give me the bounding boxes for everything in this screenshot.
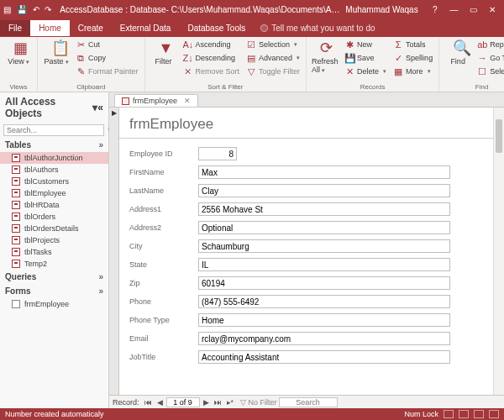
nav-header[interactable]: All Access Objects ▾ [0,92,108,123]
scroll-thumb[interactable] [496,119,502,153]
field-phonetype[interactable] [198,313,450,327]
field-address2[interactable] [198,221,450,234]
table-icon [12,177,20,186]
close-button[interactable]: ✕ [484,5,501,14]
view-design-icon[interactable] [489,410,499,418]
view-form-icon[interactable] [444,410,454,418]
advanced-button[interactable]: ▤Advanced [245,52,301,64]
recnav-search[interactable] [279,397,338,407]
remove-sort-button[interactable]: ⨯Remove Sort [182,66,241,77]
field-state[interactable] [198,258,450,271]
recnav-prev-button[interactable]: ◀ [155,398,165,407]
nav-item-tblordersdetails[interactable]: tblOrdersDetails [0,223,108,234]
close-tab-icon[interactable]: ✕ [184,97,191,105]
tab-create[interactable]: Create [70,20,112,36]
nav-item-tblorders[interactable]: tblOrders [0,211,108,223]
recnav-next-button[interactable]: ▶ [202,398,211,407]
form-body: frmEmployee Employee ID FirstName LastNa… [119,108,493,395]
minimize-button[interactable]: — [445,5,462,14]
nav-item-tblauthorjunction[interactable]: tblAuthorJunction [0,152,108,164]
advanced-icon: ▤ [246,53,256,64]
remove-sort-icon: ⨯ [183,66,193,77]
save-record-button[interactable]: 💾Save [344,52,387,64]
desc-icon: Z↓ [183,53,193,63]
filter-button[interactable]: ▼ Filter [150,39,177,66]
cat-forms[interactable]: Forms [0,284,108,298]
label-lastname: LastName [129,186,193,195]
recnav-new-button[interactable]: ▸* [225,398,236,407]
field-jobtitle[interactable] [198,350,450,364]
redo-qat-icon[interactable]: ↷ [45,5,51,14]
undo-qat-icon[interactable]: ↶ [33,5,39,14]
nav-search-input[interactable] [3,124,104,136]
asc-icon: A↓ [183,39,193,50]
cut-button[interactable]: ✂Cut [75,39,139,50]
tab-file[interactable]: File [0,20,30,36]
field-address1[interactable] [198,202,450,216]
help-icon[interactable]: ? [427,5,444,14]
save-qat-icon[interactable]: 💾 [17,5,27,14]
nav-item-frmemployee[interactable]: frmEmployee [0,298,108,310]
view-datasheet-icon[interactable] [459,410,469,418]
copy-button[interactable]: ⧉Copy [75,52,139,64]
doc-tab-frmemployee[interactable]: frmEmployee ✕ [114,94,198,107]
nav-item-tblemployee[interactable]: tblEmployee [0,187,108,199]
table-icon [12,165,20,174]
recnav-position[interactable] [166,397,200,407]
tab-database-tools[interactable]: Database Tools [179,20,254,36]
goto-button[interactable]: →Go To [476,52,504,64]
app-icon: ▤ [3,5,11,14]
user-name[interactable]: Muhammad Waqas [345,5,417,14]
nav-item-tblprojects[interactable]: tblProjects [0,234,108,246]
nav-item-tblcustomers[interactable]: tblCustomers [0,176,108,187]
label-phone: Phone [129,297,193,306]
format-painter-button[interactable]: ✎Format Painter [75,66,139,77]
nav-item-tblhrdata[interactable]: tblHRData [0,199,108,211]
nav-collapse-icon[interactable] [97,102,103,113]
label-city: City [129,242,193,250]
chevron-icon [98,286,103,296]
field-email[interactable] [198,332,450,345]
field-lastname[interactable] [198,184,450,197]
sort-desc-button[interactable]: Z↓Descending [182,52,241,64]
sort-asc-button[interactable]: A↓Ascending [182,39,241,50]
nav-item-temp2[interactable]: Temp2 [0,258,108,270]
save-icon: 💾 [344,53,354,64]
more-icon: ▦ [393,66,403,77]
find-button[interactable]: 🔍 Find [444,39,471,66]
recnav-filter[interactable]: ▽ No Filter [240,398,277,407]
form-icon [12,300,20,308]
field-firstname[interactable] [198,165,450,179]
tab-home[interactable]: Home [30,20,70,36]
refresh-all-button[interactable]: ⟳ Refresh All [312,39,339,74]
cat-queries[interactable]: Queries [0,270,108,284]
spelling-button[interactable]: ✓Spelling [392,52,433,64]
new-record-button[interactable]: ✱New [344,39,387,50]
replace-button[interactable]: abReplace [476,39,504,50]
field-zip[interactable] [198,276,450,290]
ribbon: ▦ View Views 📋 Paste ✂Cut ⧉Copy ✎Format … [0,37,504,92]
delete-record-button[interactable]: ✕Delete [344,66,387,77]
field-employee-id[interactable] [198,147,237,160]
view-layout-icon[interactable] [474,410,484,418]
record-selector[interactable]: ▶ [109,108,119,395]
cat-tables[interactable]: Tables [0,138,108,152]
more-button[interactable]: ▦More [392,66,433,77]
totals-button[interactable]: ΣTotals [392,39,433,50]
tell-me[interactable]: Tell me what you want to do [260,24,375,33]
selection-button[interactable]: ☑Selection [245,39,301,50]
paste-button[interactable]: 📋 Paste [43,39,70,66]
vertical-scrollbar[interactable] [493,108,504,395]
nav-search: 🔍 [0,123,108,138]
view-button[interactable]: ▦ View [5,39,32,66]
tab-external-data[interactable]: External Data [112,20,180,36]
select-button[interactable]: ☐Select [476,66,504,77]
toggle-filter-button[interactable]: ▽Toggle Filter [245,66,301,77]
nav-item-tblauthors[interactable]: tblAuthors [0,164,108,176]
maximize-button[interactable]: ▭ [465,5,481,14]
field-city[interactable] [198,239,450,253]
field-phone[interactable] [198,295,450,308]
nav-item-tbltasks[interactable]: tblTasks [0,246,108,258]
recnav-last-button[interactable]: ⏭ [213,398,223,407]
recnav-first-button[interactable]: ⏮ [143,398,154,407]
